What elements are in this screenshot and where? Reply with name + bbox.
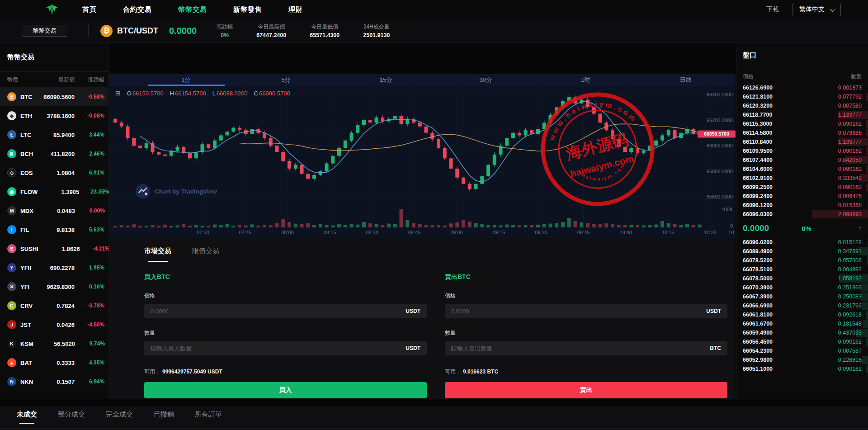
stat-value: 65571.4300 xyxy=(310,32,340,38)
order-tab-已撤銷[interactable]: 已撤銷 xyxy=(154,410,174,424)
ask-row[interactable]: 66099.24000.006475 xyxy=(736,192,868,201)
timeframe-15分[interactable]: 15分 xyxy=(336,74,436,86)
bid-row[interactable]: 66052.98000.226816 xyxy=(736,355,868,364)
order-tab-所有訂單[interactable]: 所有訂單 xyxy=(195,410,222,424)
candlestick-chart[interactable]: ⊞ O66150.5700H66154.5700L66088.0200C6609… xyxy=(109,86,736,238)
book-price: 66061.8100 xyxy=(743,312,773,318)
sell-button[interactable]: 賣出 xyxy=(445,382,727,398)
tradingview-attribution[interactable]: Chart by TradingView xyxy=(135,184,217,199)
trade-tab-市場交易[interactable]: 市場交易 xyxy=(144,247,171,262)
nav-item-首頁[interactable]: 首頁 xyxy=(82,5,97,14)
bid-row[interactable]: 66089.49000.347691 xyxy=(736,247,868,256)
ask-row[interactable]: 66099.25000.090162 xyxy=(736,183,868,192)
time-label: 10:30 xyxy=(704,230,717,235)
ask-row[interactable]: 66109.95000.090162 xyxy=(736,146,868,156)
coin-row-flow[interactable]: ◉FLOW1.390523.35% xyxy=(0,182,108,201)
nav-item-理財[interactable]: 理財 xyxy=(288,5,303,14)
order-tab-完全成交[interactable]: 完全成交 xyxy=(106,410,133,424)
coin-name: CRV xyxy=(20,302,33,309)
bid-row[interactable]: 66061.81000.092618 xyxy=(736,310,868,319)
coin-symbol: MMDX xyxy=(7,206,33,215)
ask-row[interactable]: 66107.44000.842050 xyxy=(736,156,868,165)
order-tab-未成交[interactable]: 未成交 xyxy=(17,410,37,424)
coin-row-bch[interactable]: ɃBCH411.82002.46% xyxy=(0,144,108,163)
timeframe-30分[interactable]: 30分 xyxy=(436,74,536,86)
time-label: 08:30 xyxy=(366,230,378,235)
coin-row-fil[interactable]: fFIL9.81385.63% xyxy=(0,220,108,239)
book-qty: 0.333542 xyxy=(838,175,862,181)
bid-row[interactable]: 66061.67000.181648 xyxy=(736,319,868,328)
bid-row[interactable]: 66054.23000.007587 xyxy=(736,346,868,355)
sell-amount-input[interactable] xyxy=(451,345,710,352)
ask-row[interactable]: 66096.03002.098893 xyxy=(736,210,868,219)
bid-row[interactable]: 66056.45000.090162 xyxy=(736,337,868,346)
coin-row-btc[interactable]: ₿BTC66090.5600-0.58% xyxy=(0,87,108,106)
coin-row-mdx[interactable]: MMDX0.04830.00% xyxy=(0,201,108,220)
coin-row-ltc[interactable]: ŁLTC85.94003.44% xyxy=(0,125,108,144)
market-type-button[interactable]: 幣幣交易 xyxy=(22,25,67,37)
ask-row[interactable]: 66120.32000.007580 xyxy=(736,101,868,110)
sell-form-title: 賣出BTC xyxy=(445,273,727,281)
ask-row[interactable]: 66104.60000.090162 xyxy=(736,165,868,174)
buy-amount-input[interactable] xyxy=(151,345,406,352)
ask-row[interactable]: 66096.12000.015368 xyxy=(736,201,868,210)
book-qty: 0.090162 xyxy=(838,366,862,372)
book-price: 66096.1200 xyxy=(743,202,773,208)
timeframe-1分[interactable]: 1分 xyxy=(136,74,236,86)
coin-change: 2.46% xyxy=(75,151,104,157)
ask-row[interactable]: 66115.30000.090162 xyxy=(736,119,868,128)
ask-row[interactable]: 66102.91000.333542 xyxy=(736,174,868,183)
ask-row[interactable]: 66121.81000.077792 xyxy=(736,92,868,101)
download-link[interactable]: 下載 xyxy=(766,5,779,14)
trade-tab-限價交易[interactable]: 限價交易 xyxy=(192,247,219,262)
coin-row-crv[interactable]: CCRV0.7824-3.78% xyxy=(0,296,108,315)
pair-name: BTC/USDT xyxy=(117,26,158,36)
timeframe-5分[interactable]: 5分 xyxy=(236,74,336,86)
ask-row[interactable]: 66118.77001.133777 xyxy=(736,110,868,119)
language-selector[interactable]: 繁体中文 xyxy=(793,3,841,16)
coin-change: 4.35% xyxy=(75,359,104,366)
bid-row[interactable]: 66078.51000.004892 xyxy=(736,265,868,274)
coin-row-jst[interactable]: JJST0.0426-4.50% xyxy=(0,315,108,334)
col-price: 價格 xyxy=(743,73,754,80)
bid-row[interactable]: 66078.52000.057006 xyxy=(736,256,868,265)
bid-row[interactable]: 66066.69000.231766 xyxy=(736,301,868,310)
book-price: 66120.3200 xyxy=(743,103,773,109)
ask-row[interactable]: 66126.69000.001873 xyxy=(736,83,868,92)
book-price: 66061.6700 xyxy=(743,321,773,327)
coin-name: BCH xyxy=(20,151,33,157)
coin-row-nkn[interactable]: NNKN0.15076.94% xyxy=(0,372,108,391)
ask-row[interactable]: 66110.84001.133777 xyxy=(736,137,868,146)
coin-change: -4.50% xyxy=(75,321,104,328)
nav-item-幣幣交易[interactable]: 幣幣交易 xyxy=(178,5,207,14)
coin-row-yfii[interactable]: YYFII690.22781.95% xyxy=(0,258,108,277)
timeframe-日线[interactable]: 日线 xyxy=(636,74,736,86)
coin-row-ksm[interactable]: KKSM56.50209.74% xyxy=(0,334,108,353)
order-tab-部分成交[interactable]: 部分成交 xyxy=(58,410,85,424)
coin-symbol: ŁLTC xyxy=(7,130,33,139)
yfii-icon: Y xyxy=(7,263,16,272)
fil-icon: f xyxy=(7,225,16,234)
bid-row[interactable]: 66096.02000.015128 xyxy=(736,238,868,247)
coin-change: 0.00% xyxy=(75,208,105,214)
coin-row-sushi[interactable]: SSUSHI1.8626-4.21% xyxy=(0,239,108,258)
coin-price: 411.8200 xyxy=(33,151,75,157)
bid-row[interactable]: 66059.49000.437033 xyxy=(736,328,868,337)
bid-row[interactable]: 66051.10000.090162 xyxy=(736,364,868,373)
buy-button[interactable]: 買入 xyxy=(144,382,427,398)
bid-row[interactable]: 66078.50001.058192 xyxy=(736,274,868,283)
coin-row-eos[interactable]: ◇EOS1.08046.91% xyxy=(0,163,108,182)
buy-price-input[interactable] xyxy=(151,308,406,315)
sell-price-input[interactable] xyxy=(451,308,706,315)
timeframe-1时[interactable]: 1时 xyxy=(536,74,636,86)
bid-row[interactable]: 66070.39000.251966 xyxy=(736,283,868,292)
coin-row-eth[interactable]: ◆ETH3788.1600-0.08% xyxy=(0,106,108,125)
coin-row-yfi[interactable]: ✕YFI9629.83000.16% xyxy=(0,277,108,296)
ask-row[interactable]: 66114.58000.078686 xyxy=(736,128,868,137)
nav-item-新幣發售[interactable]: 新幣發售 xyxy=(233,5,262,14)
nav-item-合約交易[interactable]: 合約交易 xyxy=(123,5,152,14)
book-qty: 0.090162 xyxy=(838,166,862,172)
coin-row-bat[interactable]: ▲BAT0.33334.35% xyxy=(0,353,108,372)
bid-row[interactable]: 66067.39000.250083 xyxy=(736,292,868,301)
expand-icon[interactable]: ⊞ xyxy=(115,90,121,97)
